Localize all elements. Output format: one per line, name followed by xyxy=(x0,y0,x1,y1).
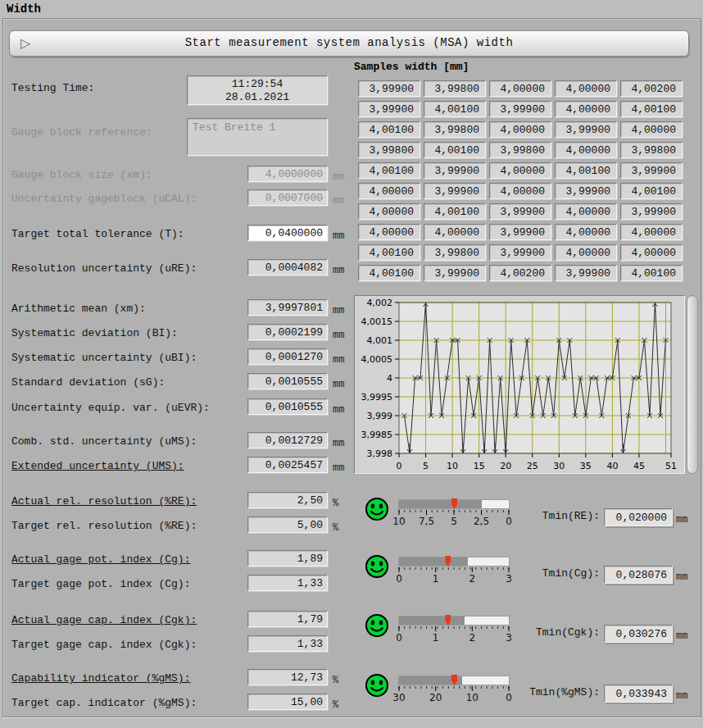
slider-scale-label: 3 xyxy=(506,573,512,585)
field-target-gage-pot-index: Target gage pot. index (Cg): 1,33 xyxy=(11,575,364,593)
field-label: Target cap. indicator (%gMS): xyxy=(11,697,197,709)
slider-scale-label: 30 xyxy=(392,692,405,703)
tmin-label: Tmin(%gMS): xyxy=(515,686,600,698)
sample-cell: 3,99900 xyxy=(555,121,617,138)
field-unit: % xyxy=(333,699,338,711)
svg-text:3,998: 3,998 xyxy=(367,448,393,459)
svg-text:10: 10 xyxy=(447,461,458,471)
svg-text:25: 25 xyxy=(527,461,538,471)
field-unit: mm xyxy=(333,195,344,207)
slider-scale-label: 0 xyxy=(396,632,402,644)
sample-cell: 4,00000 xyxy=(358,224,420,240)
sample-cell: 4,00100 xyxy=(424,142,486,158)
tmin-label: Tmin(Cgk): xyxy=(515,626,600,639)
field-standard-deviation: Standard deviation (sG): 0,0010555 mm xyxy=(11,373,364,391)
sample-cell: 4,00100 xyxy=(358,265,420,281)
field-unit: mm xyxy=(333,404,344,416)
field-unit: % xyxy=(333,522,338,534)
field-value-box: 1,89 xyxy=(247,550,328,566)
smiley-ok-icon xyxy=(365,554,389,579)
field-label: Comb. std. uncertainty (uMS): xyxy=(11,435,197,448)
testing-time-clock: 11:29:54 xyxy=(188,78,327,91)
svg-text:4: 4 xyxy=(387,373,392,384)
field-label: Target rel. resolution (%RE): xyxy=(11,520,197,532)
sample-cell: 4,00000 xyxy=(555,142,617,158)
sample-cell: 4,00100 xyxy=(358,162,420,179)
field-label: Actual rel. resolution (%RE): xyxy=(11,495,197,507)
field-unit: mm xyxy=(333,305,344,316)
field-unit: mm xyxy=(333,354,344,366)
sample-cell: 3,99900 xyxy=(424,162,486,179)
field-unit: % xyxy=(333,675,338,686)
slider-fill xyxy=(399,500,482,508)
sample-cell: 3,99800 xyxy=(424,121,486,138)
sample-cell: 3,99800 xyxy=(620,142,683,158)
slider-scale-labels: 3020100 xyxy=(398,692,510,703)
sample-cell: 4,00000 xyxy=(555,80,617,97)
testing-time-date: 28.01.2021 xyxy=(188,91,327,104)
sample-cell: 3,99900 xyxy=(555,265,617,281)
sample-cell: 3,99900 xyxy=(489,224,551,240)
start-msa-button[interactable]: ▷ Start measurement system analysis (MSA… xyxy=(9,30,689,57)
sample-cell: 4,00000 xyxy=(555,244,617,261)
gauge-block-reference-value: Test Breite 1 xyxy=(187,118,328,156)
sample-cell: 4,00100 xyxy=(620,183,683,199)
field-label: Target gage cap. index (Cgk): xyxy=(11,639,197,651)
field-resolution-uncertainty: Resolution uncertainty (uRE): 0,0004082 … xyxy=(11,259,364,277)
sample-cell: 4,00000 xyxy=(489,183,551,199)
target-total-tolerance-input[interactable]: 0,0400000 xyxy=(247,225,328,241)
field-gauge-block-size: Gauge block size (xm): 4,0000000 mm xyxy=(11,166,364,184)
slider-scale-label: 3 xyxy=(506,632,512,644)
field-unit: mm xyxy=(333,171,344,183)
svg-text:51: 51 xyxy=(665,461,677,471)
field-label: Uncertainty equip. var. (uEVR): xyxy=(11,402,210,414)
field-label: Uncertainty gageblock (uCAL): xyxy=(11,193,197,205)
field-value-box: 0,0007000 xyxy=(247,189,328,206)
tmin-label: Tmin(RE): xyxy=(515,510,600,522)
field-actual-gage-cap-index: Actual gage cap. index (Cgk): 1,79 xyxy=(11,611,364,629)
slider-scale-label: 1 xyxy=(433,573,439,585)
chart-scrollbar[interactable] xyxy=(687,295,698,474)
field-value-box: 0,0025457 xyxy=(247,457,328,473)
slider-scale-label: 20 xyxy=(429,692,442,703)
start-button-label: Start measurement system analysis (MSA) … xyxy=(10,36,688,49)
sample-cell: 4,00100 xyxy=(424,101,486,117)
slider-scale-labels: 0123 xyxy=(398,632,510,644)
slider-scale-labels: 107,552,50 xyxy=(398,516,510,527)
svg-text:3,9995: 3,9995 xyxy=(361,392,393,403)
svg-text:4,0005: 4,0005 xyxy=(361,354,393,365)
sample-cell: 4,00000 xyxy=(424,224,486,240)
sample-cell: 3,99900 xyxy=(620,203,683,220)
svg-text:15: 15 xyxy=(474,461,485,471)
field-value-box: 12,73 xyxy=(247,669,328,685)
field-value-box: 1,33 xyxy=(247,575,328,591)
field-value-box: 1,33 xyxy=(247,635,328,652)
field-uncertainty-gageblock: Uncertainty gageblock (uCAL): 0,0007000 … xyxy=(11,189,364,207)
field-label: Actual gage pot. index (Cg): xyxy=(11,553,190,566)
field-target-cap-indicator: Target cap. indicator (%gMS): 15,00 % xyxy=(11,694,364,712)
sample-cell: 4,00100 xyxy=(358,244,420,261)
tmin-value-box: 0,030276 xyxy=(604,625,673,643)
tmin-unit: mm xyxy=(676,690,687,702)
samples-table-header: Samples width [mm] xyxy=(354,61,469,73)
svg-text:4,002: 4,002 xyxy=(367,298,393,308)
sample-cell: 3,99800 xyxy=(424,244,486,261)
sample-cell: 3,99900 xyxy=(358,101,420,117)
svg-text:30: 30 xyxy=(553,461,565,471)
svg-text:3,9985: 3,9985 xyxy=(361,430,393,440)
field-unit: mm xyxy=(333,265,344,276)
sample-cell: 4,00000 xyxy=(555,224,617,240)
slider-scale-label: 0 xyxy=(506,692,512,703)
msa-width-window: { "window": { "title": "Width" }, "start… xyxy=(0,0,703,728)
tmin-value-box: 0,020000 xyxy=(604,508,673,526)
slider-fill xyxy=(399,557,468,566)
slider-scale-label: 1 xyxy=(433,632,439,644)
field-label: Systematic deviation (BI): xyxy=(11,327,178,339)
field-target-rel-resolution: Target rel. resolution (%RE): 5,00 % xyxy=(11,516,364,535)
svg-text:4,001: 4,001 xyxy=(367,335,393,346)
field-value-box: 4,0000000 xyxy=(247,166,328,182)
field-label: Systematic uncertainty (uBI): xyxy=(11,352,197,364)
indicator-slider xyxy=(398,676,510,685)
sample-cell: 4,00000 xyxy=(358,203,420,220)
sample-cell: 4,00000 xyxy=(620,224,683,240)
